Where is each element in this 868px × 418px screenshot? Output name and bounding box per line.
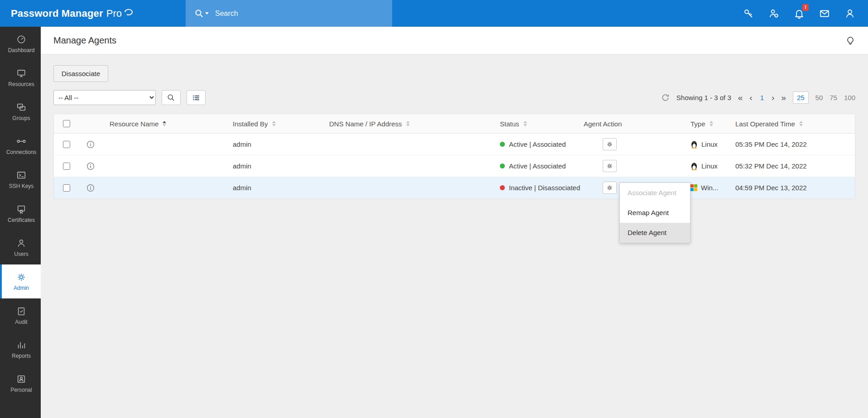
- search-icon[interactable]: [195, 9, 209, 18]
- linux-penguin-icon: [691, 162, 698, 170]
- gear-icon: [606, 141, 613, 148]
- col-status[interactable]: Status: [500, 120, 584, 128]
- col-type[interactable]: Type: [691, 120, 735, 128]
- col-installed-by[interactable]: Installed By: [233, 120, 329, 128]
- sidebar-item-label: Resources: [8, 81, 34, 87]
- info-icon[interactable]: [86, 184, 95, 192]
- col-last-operated[interactable]: Last Operated Time: [735, 120, 855, 128]
- gear-icon: [606, 184, 613, 191]
- filter-dropdown[interactable]: -- All --: [53, 90, 156, 105]
- sort-icon[interactable]: [406, 121, 410, 126]
- page-header: Manage Agents: [41, 27, 868, 54]
- type-cell: Linux: [691, 140, 735, 149]
- sort-icon[interactable]: [710, 121, 713, 126]
- search-filter-button[interactable]: [162, 90, 181, 105]
- installed-by-cell: admin: [233, 162, 329, 170]
- admin-gear-icon: [16, 272, 26, 282]
- column-chooser-button[interactable]: [187, 90, 206, 105]
- sidebar-item-users[interactable]: Users: [0, 231, 41, 264]
- topbar: Password Manager Pro !: [0, 0, 868, 27]
- col-agent-action: Agent Action: [584, 120, 691, 128]
- agent-action-button[interactable]: [603, 182, 617, 194]
- user-sessions-icon[interactable]: [768, 8, 779, 19]
- sidebar-item-groups[interactable]: Groups: [0, 95, 41, 129]
- windows-icon: [691, 184, 697, 191]
- page-size-100[interactable]: 100: [844, 94, 855, 101]
- search-scope-caret-icon[interactable]: [205, 12, 209, 14]
- first-page-button[interactable]: «: [738, 93, 743, 102]
- quick-access-key-icon[interactable]: [743, 8, 754, 19]
- sidebar-item-dashboard[interactable]: Dashboard: [0, 27, 41, 61]
- filter-toolbar: -- All -- Showing 1 - 3 of 3 « ‹ 1 › » 2…: [53, 90, 855, 105]
- last-operated-cell: 05:32 PM Dec 14, 2022: [735, 162, 855, 170]
- sort-icon[interactable]: [523, 121, 527, 126]
- row-checkbox[interactable]: [63, 141, 70, 148]
- menu-item-remap-agent[interactable]: Remap Agent: [620, 203, 690, 223]
- row-checkbox[interactable]: [63, 163, 70, 170]
- menu-item-delete-agent[interactable]: Delete Agent: [620, 223, 690, 243]
- reports-icon: [16, 340, 26, 350]
- col-resource-name[interactable]: Resource Name: [102, 120, 233, 128]
- brand-name-light: Pro: [106, 8, 122, 19]
- resources-icon: [16, 68, 26, 78]
- agents-table: Resource Name Installed By DNS Name / IP…: [53, 114, 855, 199]
- page-size-50[interactable]: 50: [815, 94, 823, 101]
- certificates-icon: [16, 204, 26, 214]
- sidebar-item-admin[interactable]: Admin: [0, 264, 41, 298]
- info-icon[interactable]: [86, 162, 95, 170]
- info-icon[interactable]: [86, 140, 95, 149]
- table-row: admin Inactive | Disassociated Win... 04…: [54, 177, 855, 199]
- agent-action-context-menu: Associate Agent Remap Agent Delete Agent: [619, 183, 691, 243]
- next-page-button[interactable]: ›: [772, 93, 774, 102]
- sidebar-item-connections[interactable]: Connections: [0, 129, 41, 163]
- linux-penguin-icon: [691, 140, 698, 149]
- sort-icon[interactable]: [272, 121, 276, 126]
- global-search: [186, 0, 392, 27]
- sort-icon[interactable]: [799, 121, 803, 126]
- sort-icon[interactable]: [163, 121, 166, 126]
- content-area: Disassociate -- All -- Showing 1 - 3 of …: [41, 54, 868, 199]
- col-dns[interactable]: DNS Name / IP Address: [329, 120, 500, 128]
- last-page-button[interactable]: »: [781, 93, 786, 102]
- agent-action-button[interactable]: [603, 160, 617, 172]
- connections-icon: [16, 136, 26, 146]
- menu-item-associate-agent[interactable]: Associate Agent: [620, 183, 690, 203]
- last-operated-cell: 05:35 PM Dec 14, 2022: [735, 140, 855, 148]
- table-header-row: Resource Name Installed By DNS Name / IP…: [54, 114, 855, 134]
- agent-action-button[interactable]: [603, 138, 617, 150]
- sidebar-item-label: Admin: [14, 285, 29, 291]
- sidebar-item-audit[interactable]: Audit: [0, 298, 41, 332]
- gear-icon: [606, 163, 613, 169]
- ssh-keys-icon: [16, 170, 26, 180]
- page-size-25[interactable]: 25: [793, 91, 809, 104]
- prev-page-button[interactable]: ‹: [749, 93, 752, 102]
- status-cell: Inactive | Disassociated: [500, 184, 584, 192]
- row-checkbox[interactable]: [63, 184, 70, 192]
- sidebar-item-ssh-keys[interactable]: SSH Keys: [0, 163, 41, 197]
- notifications-bell-icon[interactable]: !: [794, 8, 805, 19]
- pagination-showing-text: Showing 1 - 3 of 3: [676, 94, 731, 101]
- select-all-checkbox[interactable]: [63, 120, 70, 127]
- dashboard-icon: [16, 34, 26, 44]
- page-size-75[interactable]: 75: [830, 94, 837, 101]
- disassociate-button[interactable]: Disassociate: [53, 65, 108, 82]
- help-bulb-icon[interactable]: [845, 35, 855, 45]
- sidebar-item-label: Reports: [12, 353, 31, 359]
- sidebar-item-label: Users: [14, 251, 28, 257]
- pagination: Showing 1 - 3 of 3 « ‹ 1 › » 25 50 75 10…: [661, 91, 855, 104]
- user-profile-icon[interactable]: [844, 8, 855, 19]
- app-logo: Password Manager Pro: [0, 8, 186, 19]
- refresh-icon[interactable]: [661, 93, 670, 102]
- sidebar-item-resources[interactable]: Resources: [0, 61, 41, 95]
- current-page-number[interactable]: 1: [759, 94, 765, 101]
- topbar-icons: !: [743, 8, 868, 19]
- logo-swoosh-icon: [123, 6, 134, 17]
- mail-icon[interactable]: [819, 8, 830, 19]
- sidebar-item-certificates[interactable]: Certificates: [0, 197, 41, 231]
- installed-by-cell: admin: [233, 184, 329, 192]
- users-icon: [16, 238, 26, 248]
- sidebar-item-personal[interactable]: Personal: [0, 366, 41, 400]
- search-input[interactable]: [215, 10, 383, 18]
- sidebar-item-reports[interactable]: Reports: [0, 332, 41, 366]
- table-row: admin Active | Associated Linux 05:32 PM…: [54, 155, 855, 177]
